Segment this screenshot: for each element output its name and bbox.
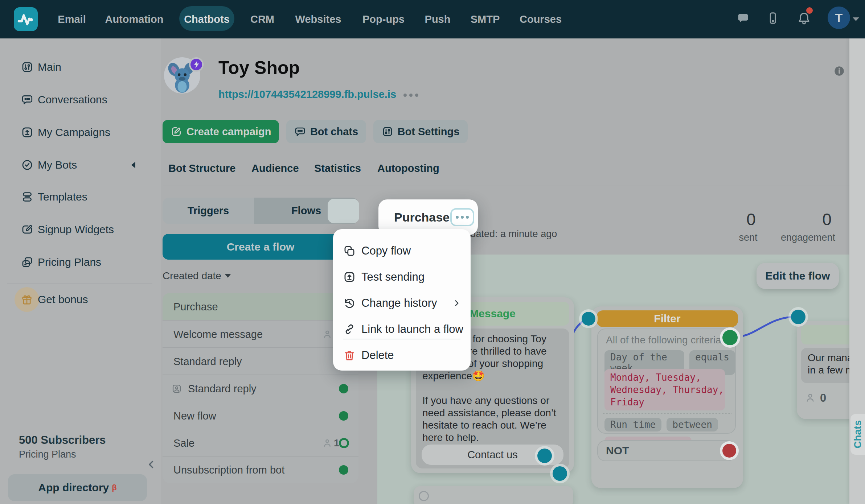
- app-directory-button[interactable]: App directory β: [8, 474, 147, 501]
- nav-item-push[interactable]: Push: [425, 0, 451, 38]
- page-title: Toy Shop: [218, 57, 300, 78]
- sidebar-item-get-bonus[interactable]: Get bonus: [0, 287, 161, 312]
- bot-url-link[interactable]: https://107443542128999.fb.pulse.is: [218, 88, 396, 100]
- sidebar-item-my-bots[interactable]: My Bots: [0, 152, 161, 178]
- filter-node[interactable]: Filter All of the following criteria: Da…: [591, 306, 743, 488]
- sidebar-item-label: Templates: [38, 191, 87, 203]
- contact-card-icon: [172, 384, 182, 394]
- create-campaign-button[interactable]: Create campaign: [163, 120, 279, 143]
- right-node-input-dot[interactable]: [791, 310, 805, 324]
- top-nav: Email Automation Chatbots CRM Websites P…: [0, 0, 865, 38]
- flow-row-purchase[interactable]: Purchase: [163, 293, 358, 320]
- condition-pills: Run time between: [604, 418, 718, 431]
- menu-item-label: Copy flow: [361, 244, 411, 257]
- create-campaign-label: Create campaign: [186, 126, 271, 138]
- bot-chats-button[interactable]: Bot chats: [286, 120, 366, 143]
- flow-row-unsubscription[interactable]: Unsubscription from bot: [163, 456, 358, 483]
- more-options-button[interactable]: [450, 208, 474, 226]
- flow-row-standard-reply-2[interactable]: Standard reply: [163, 375, 358, 402]
- mobile-app-icon[interactable]: [766, 10, 779, 26]
- not-label: NOT: [606, 445, 629, 457]
- url-more-options-icon[interactable]: [403, 94, 418, 97]
- filter-input-dot[interactable]: [582, 312, 595, 326]
- status-active-dot: [339, 411, 348, 421]
- messages-icon[interactable]: [737, 12, 750, 26]
- nav-item-automation[interactable]: Automation: [105, 0, 163, 38]
- info-icon[interactable]: [833, 65, 845, 77]
- person-icon: [805, 392, 816, 403]
- criteria-output-dot[interactable]: [722, 330, 738, 345]
- sidebar-item-my-campaigns[interactable]: My Campaigns: [0, 120, 161, 145]
- sort-label: Created date: [163, 270, 221, 282]
- sidebar-collapse-icon[interactable]: [145, 458, 157, 471]
- bot-chats-label: Bot chats: [310, 126, 358, 138]
- criteria-title: All of the following criteria:: [606, 334, 724, 346]
- chats-tab[interactable]: Chats: [850, 414, 865, 455]
- bot-check-icon: [21, 159, 33, 171]
- operator-pill: between: [667, 418, 718, 431]
- menu-item-change-history[interactable]: Change history: [333, 290, 471, 316]
- flow-row-welcome-message[interactable]: Welcome message: [163, 320, 358, 348]
- stat-engagement-value: 0: [822, 210, 832, 229]
- sidebar-item-pricing-plans[interactable]: Pricing Plans: [0, 249, 161, 275]
- sidebar-item-label: My Bots: [38, 159, 77, 171]
- nav-item-websites[interactable]: Websites: [295, 0, 341, 38]
- tab-audience[interactable]: Audience: [251, 162, 299, 174]
- tabs-divider: [163, 186, 849, 186]
- menu-item-label: Link to launch a flow: [361, 323, 463, 336]
- nav-item-email[interactable]: Email: [58, 0, 86, 38]
- flow-row-label: New flow: [173, 410, 216, 422]
- not-output-dot[interactable]: [722, 444, 736, 458]
- nav-item-crm[interactable]: CRM: [250, 0, 274, 38]
- nav-item-courses[interactable]: Courses: [520, 0, 562, 38]
- popup-flow-title: Purchase: [394, 210, 450, 224]
- dotted-divider: [603, 413, 731, 414]
- sidebar-item-main[interactable]: Main: [0, 54, 161, 80]
- messenger-badge-icon: [189, 57, 204, 72]
- bot-settings-button[interactable]: Bot Settings: [373, 120, 468, 143]
- collapse-arrow-icon[interactable]: [131, 162, 135, 168]
- app-directory-label: App directory: [38, 482, 109, 494]
- flow-row-new-flow[interactable]: New flow: [163, 402, 358, 429]
- sidebar-item-conversations[interactable]: Conversations: [0, 87, 161, 112]
- avatar[interactable]: T: [828, 7, 850, 29]
- not-card: NOT: [597, 440, 736, 461]
- nav-item-popups[interactable]: Pop-ups: [362, 0, 405, 38]
- flow-row-standard-reply-1[interactable]: Standard reply: [163, 347, 358, 375]
- stat-sent-value: 0: [746, 210, 756, 229]
- nav-item-smtp[interactable]: SMTP: [471, 0, 500, 38]
- tab-bot-structure[interactable]: Bot Structure: [168, 162, 235, 174]
- sort-dropdown[interactable]: Created date: [163, 270, 231, 282]
- contact-us-connector-dot[interactable]: [537, 449, 552, 463]
- pricing-plans-link[interactable]: Pricing Plans: [19, 449, 76, 460]
- flow-row-sale[interactable]: Sale 1: [163, 429, 358, 457]
- bot-settings-label: Bot Settings: [398, 126, 460, 138]
- gift-icon: [21, 293, 33, 306]
- app-logo[interactable]: [14, 7, 38, 31]
- sidebar-item-signup-widgets[interactable]: Signup Widgets: [0, 217, 161, 242]
- create-flow-button[interactable]: Create a flow: [163, 234, 358, 260]
- tab-autoposting[interactable]: Autoposting: [377, 162, 439, 174]
- sidebar-divider: [7, 284, 152, 284]
- menu-item-copy-flow[interactable]: Copy flow: [333, 238, 471, 264]
- campaign-pencil-icon: [171, 126, 182, 137]
- segment-triggers[interactable]: Triggers: [163, 198, 254, 224]
- subscriber-count: 1: [334, 437, 339, 449]
- field-pill: Run time: [604, 418, 661, 431]
- menu-item-test-sending[interactable]: Test sending: [333, 264, 471, 290]
- nav-item-chatbots[interactable]: Chatbots: [184, 0, 230, 38]
- flow-row-label: Sale: [173, 437, 194, 449]
- sidebar: Main Conversations My Campaigns My Bots …: [0, 38, 161, 504]
- templates-icon: [21, 191, 33, 203]
- sidebar-item-templates[interactable]: Templates: [0, 184, 161, 210]
- avatar-caret-icon[interactable]: [853, 17, 859, 21]
- menu-item-delete[interactable]: Delete: [333, 342, 471, 368]
- edit-flow-button[interactable]: Edit the flow: [757, 263, 839, 289]
- message-node-output-dot[interactable]: [553, 466, 567, 481]
- sliders-icon: [21, 61, 33, 73]
- settings-sliders-icon: [382, 126, 393, 137]
- condition-value: Monday, Tuesday, Wednesday, Thursday, Fr…: [604, 369, 725, 410]
- person-icon: [419, 491, 429, 501]
- tab-statistics[interactable]: Statistics: [314, 162, 361, 174]
- segment-highlight-patch: [328, 199, 359, 223]
